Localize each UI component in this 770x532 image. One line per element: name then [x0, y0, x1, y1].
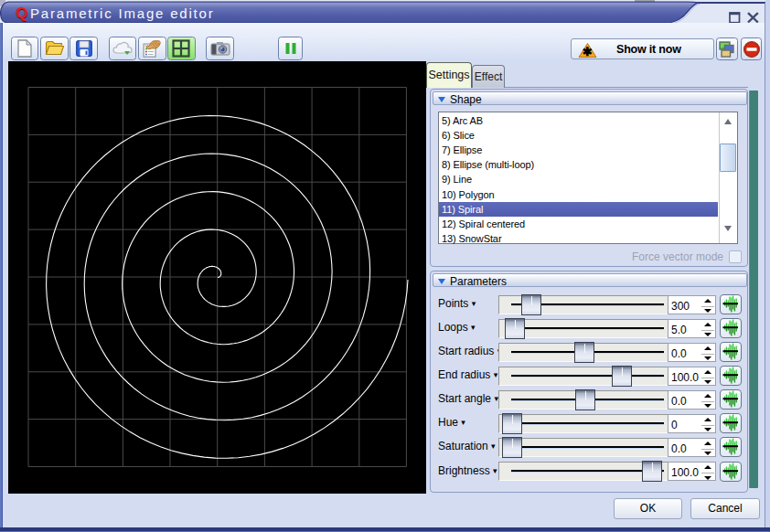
svg-text:✱: ✱ — [583, 44, 593, 58]
